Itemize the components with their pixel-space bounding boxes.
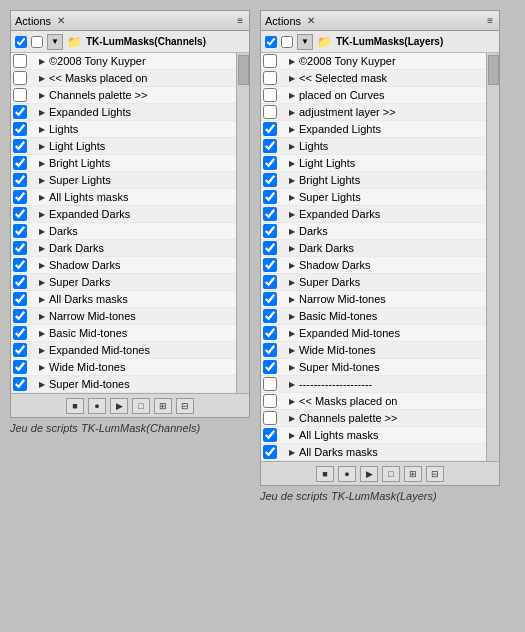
item-checkbox[interactable] [13,292,27,306]
item-checkbox[interactable] [263,54,277,68]
item-checkbox[interactable] [263,88,277,102]
item-checkbox[interactable] [13,54,27,68]
item-checkbox[interactable] [13,207,27,221]
item-checkbox[interactable] [13,139,27,153]
list-item[interactable]: ▶Expanded Mid-tones [261,325,486,342]
list-item[interactable]: ▶All Lights masks [11,189,236,206]
item-checkbox[interactable] [263,377,277,391]
list-item[interactable]: ▶Expanded Darks [261,206,486,223]
toggle-all-checkbox[interactable] [15,36,27,48]
scrollbar[interactable] [236,53,249,393]
eye-checkbox[interactable] [31,36,43,48]
item-checkbox[interactable] [13,326,27,340]
item-checkbox[interactable] [13,71,27,85]
list-item[interactable]: ▶Dark Darks [11,240,236,257]
list-item[interactable]: ▶Narrow Mid-tones [11,308,236,325]
list-item[interactable]: ▶Light Lights [11,138,236,155]
item-checkbox[interactable] [13,105,27,119]
list-item[interactable]: ▶Expanded Mid-tones [11,342,236,359]
list-item[interactable]: ▶-------------------- [261,376,486,393]
list-item[interactable]: ▶Wide Mid-tones [11,359,236,376]
item-checkbox[interactable] [263,309,277,323]
record-button[interactable]: ● [88,398,106,414]
eye-checkbox[interactable] [281,36,293,48]
new-set-button[interactable]: □ [382,466,400,482]
item-checkbox[interactable] [263,445,277,459]
list-item[interactable]: ▶Dark Darks [261,240,486,257]
item-checkbox[interactable] [263,360,277,374]
item-checkbox[interactable] [13,156,27,170]
list-item[interactable]: ▶All Lights masks [261,427,486,444]
play-button[interactable]: ▶ [110,398,128,414]
list-item[interactable]: ▶Lights [261,138,486,155]
item-checkbox[interactable] [263,207,277,221]
list-item[interactable]: ▶Shadow Darks [11,257,236,274]
item-checkbox[interactable] [263,156,277,170]
item-checkbox[interactable] [263,122,277,136]
item-checkbox[interactable] [13,122,27,136]
item-checkbox[interactable] [13,377,27,391]
item-checkbox[interactable] [13,173,27,187]
list-item[interactable]: ▶Super Darks [11,274,236,291]
record-button[interactable]: ● [338,466,356,482]
item-checkbox[interactable] [13,343,27,357]
item-checkbox[interactable] [263,173,277,187]
list-item[interactable]: ▶Wide Mid-tones [261,342,486,359]
close-button[interactable]: ✕ [305,15,317,26]
stop-button[interactable]: ■ [316,466,334,482]
list-item[interactable]: ▶<< Masks placed on [11,70,236,87]
list-item[interactable]: ▶Basic Mid-tones [261,308,486,325]
list-item[interactable]: ▶adjustment layer >> [261,104,486,121]
new-set-button[interactable]: □ [132,398,150,414]
list-item[interactable]: ▶Bright Lights [261,172,486,189]
item-checkbox[interactable] [13,88,27,102]
scrollbar-thumb[interactable] [488,55,499,85]
item-checkbox[interactable] [263,292,277,306]
item-checkbox[interactable] [13,360,27,374]
item-checkbox[interactable] [13,309,27,323]
stop-button[interactable]: ■ [66,398,84,414]
list-item[interactable]: ▶Bright Lights [11,155,236,172]
item-checkbox[interactable] [263,105,277,119]
scrollbar-thumb[interactable] [238,55,249,85]
list-item[interactable]: ▶Basic Mid-tones [11,325,236,342]
dropdown-button[interactable]: ▼ [47,34,63,50]
item-checkbox[interactable] [263,224,277,238]
menu-button[interactable]: ≡ [485,15,495,26]
play-button[interactable]: ▶ [360,466,378,482]
list-item[interactable]: ▶Channels palette >> [11,87,236,104]
list-item[interactable]: ▶Darks [261,223,486,240]
list-item[interactable]: ▶<< Masks placed on [261,393,486,410]
item-checkbox[interactable] [263,326,277,340]
item-checkbox[interactable] [13,190,27,204]
list-item[interactable]: ▶All Darks masks [11,291,236,308]
list-item[interactable]: ▶Light Lights [261,155,486,172]
item-checkbox[interactable] [263,428,277,442]
list-item[interactable]: ▶Expanded Lights [11,104,236,121]
item-checkbox[interactable] [263,275,277,289]
item-checkbox[interactable] [263,241,277,255]
item-checkbox[interactable] [263,411,277,425]
delete-button[interactable]: ⊟ [176,398,194,414]
menu-button[interactable]: ≡ [235,15,245,26]
item-checkbox[interactable] [263,258,277,272]
item-checkbox[interactable] [13,241,27,255]
list-item[interactable]: ▶Channels palette >> [261,410,486,427]
list-item[interactable]: ▶placed on Curves [261,87,486,104]
list-item[interactable]: ▶©2008 Tony Kuyper [261,53,486,70]
list-item[interactable]: ▶Super Lights [261,189,486,206]
list-item[interactable]: ▶Expanded Darks [11,206,236,223]
item-checkbox[interactable] [263,139,277,153]
list-item[interactable]: ▶Super Mid-tones [261,359,486,376]
item-checkbox[interactable] [13,224,27,238]
close-button[interactable]: ✕ [55,15,67,26]
list-item[interactable]: ▶<< Selected mask [261,70,486,87]
item-checkbox[interactable] [263,190,277,204]
new-action-button[interactable]: ⊞ [154,398,172,414]
item-checkbox[interactable] [263,71,277,85]
list-item[interactable]: ▶Super Mid-tones [11,376,236,393]
item-checkbox[interactable] [263,343,277,357]
list-item[interactable]: ▶©2008 Tony Kuyper [11,53,236,70]
item-checkbox[interactable] [13,258,27,272]
list-item[interactable]: ▶Super Darks [261,274,486,291]
